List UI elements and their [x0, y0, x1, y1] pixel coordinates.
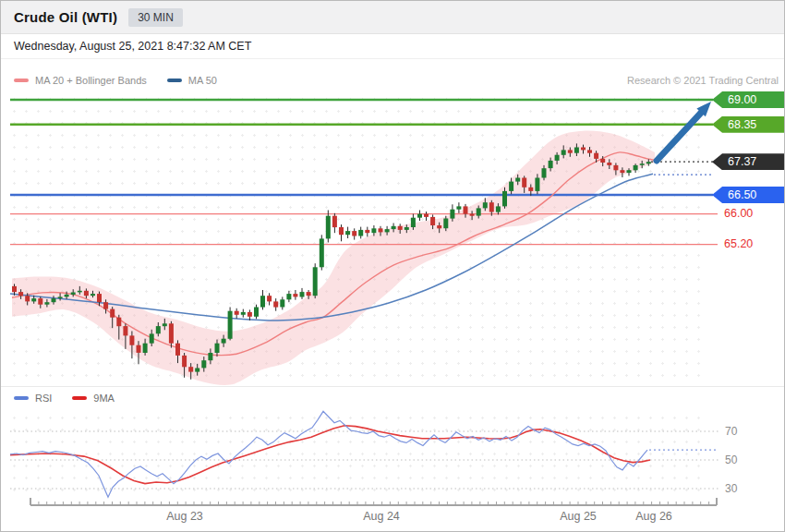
candle-body [78, 291, 82, 293]
candle-body [307, 292, 311, 296]
candle-body [371, 228, 376, 233]
candle-body [594, 153, 598, 159]
candle-body [332, 216, 337, 227]
candle-body [241, 312, 246, 315]
candle-body [267, 296, 272, 301]
ma50-label: MA 50 [188, 75, 217, 86]
candle-body [535, 178, 539, 191]
candle-body [254, 308, 259, 317]
candle-body [574, 148, 579, 153]
candle-body [398, 226, 403, 230]
rsi-scale-label-30: 30 [725, 482, 737, 495]
candle-body [470, 214, 475, 216]
candle-body [188, 367, 193, 371]
candle-body [450, 210, 454, 219]
price-level-tag-69.00: 69.00 [712, 91, 785, 108]
nine-ma-swatch [72, 396, 87, 400]
candle-body [379, 228, 383, 232]
candle-body [502, 191, 507, 207]
time-axis-label-aug-26: Aug 26 [635, 510, 672, 523]
candle-body [169, 323, 174, 343]
candle-body [71, 293, 76, 296]
candle-body [411, 218, 416, 227]
candle-body [581, 148, 586, 151]
rsi-swatch [14, 396, 29, 400]
candle-body [437, 225, 441, 228]
candle-body [123, 326, 127, 335]
candle-body [483, 202, 488, 208]
candle-body [509, 182, 513, 191]
rsi-legend: RSI 9MA [14, 393, 115, 404]
candle-body [634, 165, 638, 170]
price-and-rsi-chart [1, 58, 785, 532]
copyright-watermark: Research © 2021 Trading Central [627, 75, 779, 86]
candle-body [464, 206, 468, 213]
candle-body [549, 161, 553, 168]
candle-body [392, 226, 396, 229]
price-level-tag-68.35: 68.35 [712, 116, 785, 133]
candle-body [339, 227, 344, 235]
legend-item-9ma: 9MA [72, 393, 115, 404]
candle-body [44, 302, 49, 305]
candle-body [430, 217, 435, 225]
candle-body [515, 178, 520, 182]
time-axis-label-aug-25: Aug 25 [560, 510, 597, 523]
legend-item-ma50: MA 50 [167, 75, 217, 86]
candle-body [137, 345, 141, 353]
candle-body [627, 170, 632, 173]
header-bar: Crude Oil (WTI) 30 MIN [1, 1, 784, 34]
candle-body [522, 178, 526, 187]
candle-body [587, 150, 592, 152]
candle-body [143, 344, 148, 353]
candle-body [25, 296, 30, 301]
rsi-scale-label-70: 70 [725, 425, 737, 438]
candle-body [182, 356, 187, 367]
candle-body [600, 159, 605, 163]
candle-body [12, 286, 17, 292]
price-level-text-66.00: 66.00 [724, 207, 753, 220]
chart-datetime: Wednesday, August 25, 2021 8:47:32 AM CE… [1, 34, 784, 59]
candle-body [456, 206, 461, 209]
bollinger-band-area [12, 131, 655, 385]
candle-body [477, 208, 481, 215]
candle-body [248, 312, 252, 317]
candle-body [38, 298, 42, 305]
candle-body [103, 302, 108, 308]
ma20-bollinger-swatch [14, 79, 29, 82]
rsi-label: RSI [35, 393, 52, 404]
chart-window: Crude Oil (WTI) 30 MIN Wednesday, August… [0, 0, 785, 532]
legend-item-rsi: RSI [14, 393, 52, 404]
ma20-bollinger-label: MA 20 + Bollinger Bands [35, 75, 147, 86]
candle-body [150, 333, 154, 343]
ma50-swatch [167, 79, 182, 82]
rsi-scale-label-50: 50 [725, 453, 737, 466]
candle-body [222, 339, 226, 344]
candle-body [260, 296, 265, 307]
candle-body [620, 170, 624, 173]
candle-body [116, 318, 121, 327]
candle-body [646, 162, 651, 163]
nine-ma-label: 9MA [93, 393, 115, 404]
candle-body [201, 360, 206, 368]
candle-body [129, 335, 134, 345]
candle-body [228, 311, 233, 339]
datetime-text: Wednesday, August 25, 2021 8:47:32 AM CE… [14, 40, 251, 53]
candle-body [300, 292, 305, 296]
candle-body [18, 292, 23, 296]
candle-body [97, 294, 102, 302]
candle-body [163, 323, 167, 326]
candle-body [273, 301, 278, 307]
candle-body [313, 267, 318, 296]
candle-body [365, 230, 369, 233]
candle-body [528, 187, 533, 191]
instrument-title: Crude Oil (WTI) [14, 9, 117, 25]
candle-body [208, 353, 212, 360]
candle-body [424, 214, 429, 217]
time-axis-label-aug-24: Aug 24 [363, 510, 400, 523]
candle-body [496, 206, 501, 212]
candle-body [58, 296, 63, 298]
candle-body [326, 216, 331, 239]
candle-body [286, 294, 291, 299]
candle-body [84, 291, 89, 296]
candle-body [607, 163, 611, 165]
